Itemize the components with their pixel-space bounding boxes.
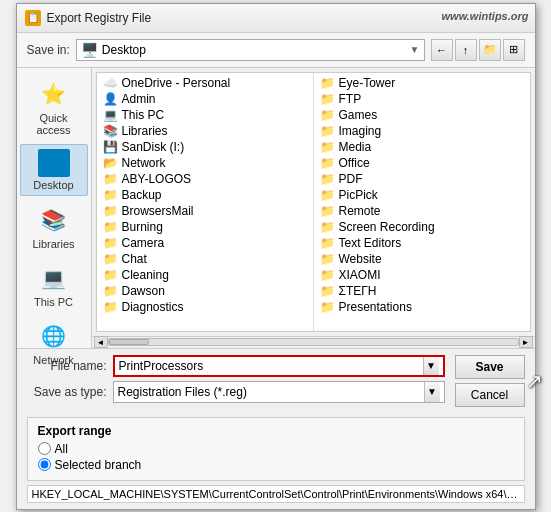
left-file-item[interactable]: 📁Chat xyxy=(97,251,313,267)
save-in-value: Desktop xyxy=(102,43,406,57)
file-item-label: SanDisk (I:) xyxy=(122,140,185,154)
file-item-label: Media xyxy=(339,140,372,154)
left-file-item[interactable]: ☁️OneDrive - Personal xyxy=(97,75,313,91)
file-item-label: Backup xyxy=(122,188,162,202)
right-file-item[interactable]: 📁Office xyxy=(314,155,530,171)
radio-selected-label: Selected branch xyxy=(55,458,142,472)
radio-selected-row: Selected branch xyxy=(38,458,514,472)
left-file-item[interactable]: 📁Cleaning xyxy=(97,267,313,283)
file-icon: 📁 xyxy=(103,172,118,186)
file-item-label: FTP xyxy=(339,92,362,106)
filename-input-combo[interactable]: ▼ xyxy=(113,355,445,377)
file-item-label: Cleaning xyxy=(122,268,169,282)
left-file-item[interactable]: 📚Libraries xyxy=(97,123,313,139)
radio-all[interactable] xyxy=(38,442,51,455)
watermark: www.wintips.org xyxy=(442,10,529,22)
file-item-label: Games xyxy=(339,108,378,122)
cancel-button[interactable]: Cancel xyxy=(455,383,525,407)
sidebar-item-quick-access[interactable]: ⭐ Quick access xyxy=(20,74,88,140)
file-item-label: Remote xyxy=(339,204,381,218)
right-file-item[interactable]: 📁Imaging xyxy=(314,123,530,139)
right-file-item[interactable]: 📁Eye-Tower xyxy=(314,75,530,91)
path-box: HKEY_LOCAL_MACHINE\SYSTEM\CurrentControl… xyxy=(27,485,525,503)
sidebar-item-label-libraries: Libraries xyxy=(32,238,74,250)
save-in-toolbar: Save in: 🖥️ Desktop ▼ ← ↑ 📁 ⊞ xyxy=(17,33,535,68)
sidebar: ⭐ Quick access Desktop 📚 Libraries 💻 Thi… xyxy=(17,68,92,348)
file-item-label: This PC xyxy=(122,108,165,122)
left-file-item[interactable]: 📁Burning xyxy=(97,219,313,235)
right-file-item[interactable]: 📁Presentations xyxy=(314,299,530,315)
export-range: Export range All Selected branch xyxy=(27,417,525,481)
file-icon: 📁 xyxy=(103,268,118,282)
right-file-item[interactable]: 📁Games xyxy=(314,107,530,123)
right-file-item[interactable]: 📁Remote xyxy=(314,203,530,219)
left-file-item[interactable]: 👤Admin xyxy=(97,91,313,107)
file-item-label: ABY-LOGOS xyxy=(122,172,192,186)
left-file-item[interactable]: 📁Camera xyxy=(97,235,313,251)
filename-input[interactable] xyxy=(119,359,423,373)
quick-access-icon: ⭐ xyxy=(38,78,70,110)
file-icon: 📁 xyxy=(320,156,335,170)
sidebar-item-this-pc[interactable]: 💻 This PC xyxy=(20,258,88,312)
left-file-item[interactable]: 📁Diagnostics xyxy=(97,299,313,315)
right-file-item[interactable]: 📁Text Editors xyxy=(314,235,530,251)
right-file-item[interactable]: 📁FTP xyxy=(314,91,530,107)
action-buttons: Save ↗ Cancel xyxy=(455,355,525,407)
dialog-title: Export Registry File xyxy=(47,11,152,25)
file-icon: 📁 xyxy=(103,188,118,202)
radio-selected[interactable] xyxy=(38,458,51,471)
right-file-item[interactable]: 📁XIAOMI xyxy=(314,267,530,283)
file-icon: 📁 xyxy=(103,252,118,266)
left-file-item[interactable]: 📁Dawson xyxy=(97,283,313,299)
horizontal-scrollbar[interactable]: ◄ ► xyxy=(92,336,535,348)
left-file-item[interactable]: 📂Network xyxy=(97,155,313,171)
left-file-item[interactable]: 📁BrowsersMail xyxy=(97,203,313,219)
up-button[interactable]: ↑ xyxy=(455,39,477,61)
filename-dropdown-btn[interactable]: ▼ xyxy=(423,357,439,375)
file-icon: 📁 xyxy=(320,140,335,154)
file-icon: 📁 xyxy=(103,204,118,218)
file-item-label: PicPick xyxy=(339,188,378,202)
right-file-item[interactable]: 📁PicPick xyxy=(314,187,530,203)
sidebar-item-libraries[interactable]: 📚 Libraries xyxy=(20,200,88,254)
scroll-thumb[interactable] xyxy=(109,339,149,345)
file-item-label: Burning xyxy=(122,220,163,234)
scroll-track[interactable] xyxy=(108,338,519,346)
scroll-left-btn[interactable]: ◄ xyxy=(94,336,108,348)
left-file-item[interactable]: 📁ABY-LOGOS xyxy=(97,171,313,187)
cursor-arrow: ↗ xyxy=(526,369,543,393)
file-icon: 📁 xyxy=(320,188,335,202)
file-item-label: Network xyxy=(122,156,166,170)
save-button[interactable]: Save xyxy=(455,355,525,379)
right-file-item[interactable]: 📁Screen Recording xyxy=(314,219,530,235)
back-button[interactable]: ← xyxy=(431,39,453,61)
path-value: HKEY_LOCAL_MACHINE\SYSTEM\CurrentControl… xyxy=(32,488,525,500)
scroll-right-btn[interactable]: ► xyxy=(519,336,533,348)
desktop-icon xyxy=(38,149,70,177)
new-folder-button[interactable]: 📁 xyxy=(479,39,501,61)
left-file-item[interactable]: 📁Backup xyxy=(97,187,313,203)
file-icon: 📁 xyxy=(320,252,335,266)
left-file-item[interactable]: 💻This PC xyxy=(97,107,313,123)
save-as-type-label: Save as type: xyxy=(27,385,107,399)
left-file-item[interactable]: 💾SanDisk (I:) xyxy=(97,139,313,155)
right-file-item[interactable]: 📁ΣΤΕΓΗ xyxy=(314,283,530,299)
file-icon: 💾 xyxy=(103,140,118,154)
right-file-item[interactable]: 📁PDF xyxy=(314,171,530,187)
libraries-icon: 📚 xyxy=(38,204,70,236)
file-item-label: Admin xyxy=(122,92,156,106)
file-icon: 📁 xyxy=(320,172,335,186)
view-button[interactable]: ⊞ xyxy=(503,39,525,61)
file-icon: ☁️ xyxy=(103,76,118,90)
sidebar-item-desktop[interactable]: Desktop xyxy=(20,144,88,196)
file-item-label: OneDrive - Personal xyxy=(122,76,231,90)
save-in-combo[interactable]: 🖥️ Desktop ▼ xyxy=(76,39,425,61)
filename-label: File name: xyxy=(27,359,107,373)
file-icon: 📁 xyxy=(320,220,335,234)
save-in-dropdown-arrow[interactable]: ▼ xyxy=(410,44,420,55)
right-file-item[interactable]: 📁Website xyxy=(314,251,530,267)
save-as-type-combo[interactable]: Registration Files (*.reg) ▼ xyxy=(113,381,445,403)
save-as-type-dropdown-btn[interactable]: ▼ xyxy=(424,382,440,402)
right-file-item[interactable]: 📁Media xyxy=(314,139,530,155)
export-range-title: Export range xyxy=(38,424,514,438)
